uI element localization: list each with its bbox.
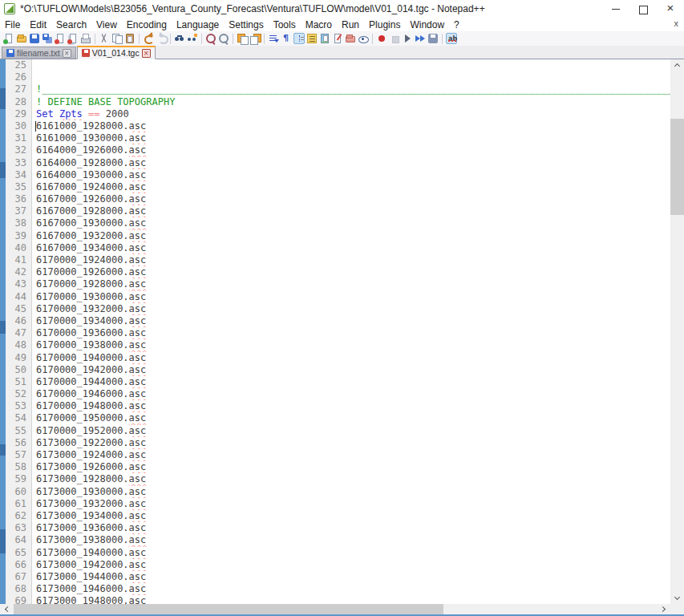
line-text[interactable]: 6170000_1926000.asc (32, 266, 670, 278)
replace-button[interactable] (187, 33, 198, 44)
line-text[interactable]: 6170000_1950000.asc (32, 412, 670, 424)
scroll-right-button[interactable] (657, 604, 670, 614)
folder-as-workspace-button[interactable] (345, 33, 356, 44)
line-text[interactable]: 6170000_1936000.asc (32, 327, 670, 339)
menu-item-macro[interactable]: Macro (301, 19, 337, 30)
undo-button[interactable] (143, 33, 154, 44)
sync-horizontal-button[interactable] (249, 33, 261, 44)
line-text[interactable]: 6173000_1926000.asc (32, 461, 670, 473)
line-text[interactable]: 6173000_1940000.asc (32, 547, 670, 559)
paste-button[interactable] (124, 33, 136, 44)
close-document-icon[interactable]: x (674, 18, 679, 28)
open-file-button[interactable] (16, 33, 27, 44)
scroll-down-button[interactable] (670, 592, 684, 604)
line-text[interactable]: 6161000_1928000.asc (32, 120, 670, 132)
word-wrap-button[interactable] (268, 33, 279, 44)
scroll-up-button[interactable] (670, 59, 684, 71)
line-text[interactable]: 6170000_1924000.asc (32, 254, 670, 266)
sync-vertical-button[interactable] (237, 33, 248, 44)
line-text[interactable]: ! DEFINE BASE TOPOGRAPHY (32, 96, 670, 108)
text-editor[interactable]: 252627!_________________________________… (6, 59, 670, 604)
line-text[interactable]: 6173000_1928000.asc (32, 473, 670, 485)
line-text[interactable]: 6173000_1948000.asc (32, 595, 670, 604)
line-text[interactable]: 6173000_1946000.asc (32, 583, 670, 595)
line-text[interactable] (32, 71, 670, 83)
menu-item-language[interactable]: Language (172, 19, 224, 30)
line-text[interactable]: 6170000_1934000.asc (32, 315, 670, 327)
close-window-icon[interactable] (657, 0, 684, 18)
tab-filename-txt[interactable]: filename.txt (2, 47, 76, 59)
line-text[interactable]: 6167000_1924000.asc (32, 181, 670, 193)
line-text[interactable]: !_______________________________________… (32, 83, 670, 95)
line-text[interactable]: 6164000_1928000.asc (32, 157, 670, 169)
menu-item-help[interactable]: ? (449, 19, 464, 30)
vertical-scrollbar[interactable] (670, 59, 684, 604)
line-text[interactable]: 6173000_1944000.asc (32, 571, 670, 583)
line-text[interactable]: 6167000_1934000.asc (32, 242, 670, 254)
line-text[interactable]: 6164000_1926000.asc (32, 144, 670, 156)
copy-button[interactable] (111, 33, 123, 44)
line-text[interactable]: 6161000_1930000.asc (32, 132, 670, 144)
menu-item-plugins[interactable]: Plugins (364, 19, 405, 30)
menu-item-encoding[interactable]: Encoding (122, 19, 172, 30)
line-text[interactable]: 6167000_1928000.asc (32, 205, 670, 217)
close-button[interactable] (55, 33, 66, 44)
line-text[interactable]: 6170000_1948000.asc (32, 400, 670, 412)
monitoring-button[interactable] (358, 33, 369, 44)
line-text[interactable]: 6170000_1930000.asc (32, 291, 670, 303)
macro-record-button[interactable] (376, 33, 387, 44)
horizontal-scrollbar[interactable] (0, 604, 670, 614)
function-list-button[interactable] (306, 33, 318, 44)
line-text[interactable]: 6170000_1928000.asc (32, 278, 670, 290)
line-text[interactable]: 6170000_1946000.asc (32, 388, 670, 400)
line-text[interactable]: 6173000_1930000.asc (32, 486, 670, 498)
zoom-in-button[interactable] (205, 33, 217, 44)
line-text[interactable]: 6173000_1932000.asc (32, 498, 670, 510)
maximize-icon[interactable] (629, 0, 657, 18)
menu-item-edit[interactable]: Edit (25, 19, 51, 30)
line-text[interactable]: 6164000_1930000.asc (32, 169, 670, 181)
show-all-characters-button[interactable] (281, 33, 292, 44)
document-map-button[interactable] (319, 33, 330, 44)
line-text[interactable]: 6173000_1922000.asc (32, 437, 670, 449)
find-button[interactable] (174, 33, 185, 44)
redo-button[interactable] (156, 33, 167, 44)
line-text[interactable]: 6170000_1938000.asc (32, 339, 670, 351)
close-tab-icon[interactable] (63, 49, 71, 58)
menu-item-tools[interactable]: Tools (269, 19, 301, 30)
document-list-button[interactable] (332, 33, 343, 44)
save-all-button[interactable] (42, 33, 53, 44)
line-text[interactable]: 6170000_1944000.asc (32, 376, 670, 388)
line-text[interactable]: 6173000_1942000.asc (32, 559, 670, 571)
print-button[interactable] (80, 33, 91, 44)
scroll-left-button[interactable] (0, 604, 14, 614)
new-file-button[interactable] (3, 33, 14, 44)
vertical-scrollbar-thumb[interactable] (670, 119, 684, 215)
menu-item-file[interactable]: File (0, 19, 25, 30)
line-text[interactable]: 6170000_1942000.asc (32, 364, 670, 376)
spell-check-toggle-button[interactable] (446, 33, 457, 44)
menu-item-window[interactable]: Window (405, 19, 449, 30)
macro-save-button[interactable] (427, 33, 439, 44)
line-text[interactable] (32, 59, 670, 71)
close-tab-icon[interactable] (142, 49, 151, 58)
cut-button[interactable] (99, 33, 110, 44)
close-all-button[interactable] (67, 33, 79, 44)
menu-item-search[interactable]: Search (51, 19, 91, 30)
line-text[interactable]: 6170000_1940000.asc (32, 352, 670, 364)
macro-play-button[interactable] (402, 33, 413, 44)
save-button[interactable] (29, 33, 40, 44)
line-text[interactable]: 6173000_1924000.asc (32, 449, 670, 461)
line-text[interactable]: 6170000_1952000.asc (32, 425, 670, 437)
menu-item-view[interactable]: View (91, 19, 122, 30)
horizontal-scrollbar-thumb[interactable] (14, 604, 443, 614)
zoom-out-button[interactable] (218, 33, 229, 44)
menu-item-settings[interactable]: Settings (224, 19, 268, 30)
line-text[interactable]: 6170000_1932000.asc (32, 303, 670, 315)
line-text[interactable]: 6167000_1930000.asc (32, 217, 670, 229)
indent-guide-button[interactable] (293, 33, 305, 44)
line-text[interactable]: 6167000_1926000.asc (32, 193, 670, 205)
line-text[interactable]: 6173000_1938000.asc (32, 534, 670, 546)
line-text[interactable]: 6173000_1936000.asc (32, 522, 670, 534)
menu-item-run[interactable]: Run (337, 19, 364, 30)
